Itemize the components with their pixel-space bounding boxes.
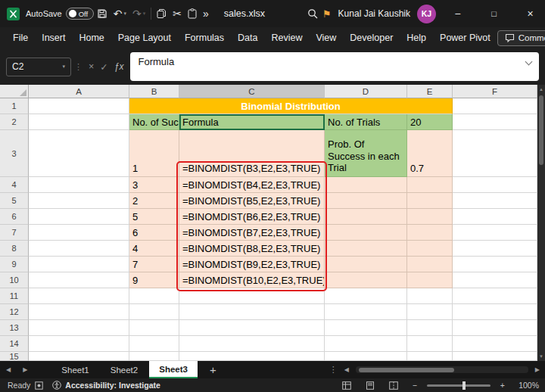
- column-header-f[interactable]: F: [453, 85, 537, 98]
- clipboard-button[interactable]: [185, 4, 200, 23]
- sheet-tab-sheet2[interactable]: Sheet2: [101, 361, 148, 378]
- menu-tab-power-pivot[interactable]: Power Pivot: [433, 27, 497, 48]
- macro-record-button[interactable]: [30, 381, 48, 390]
- cell-c4[interactable]: =BINOMDIST(B4,E2,E3,TRUE): [179, 177, 325, 193]
- menu-tab-insert[interactable]: Insert: [35, 27, 72, 48]
- zoom-slider-thumb[interactable]: [462, 381, 466, 390]
- empty-cell[interactable]: [407, 225, 453, 241]
- empty-cell[interactable]: [407, 257, 453, 272]
- cell-c5[interactable]: =BINOMDIST(B5,E2,E3,TRUE): [179, 193, 325, 209]
- row-header[interactable]: 8: [0, 241, 29, 257]
- row-header[interactable]: 9: [0, 257, 29, 272]
- empty-cell[interactable]: [325, 336, 407, 352]
- flag-icon[interactable]: ⚑: [322, 8, 332, 20]
- row-header[interactable]: 14: [0, 336, 29, 352]
- empty-cell[interactable]: [325, 320, 407, 336]
- document-title[interactable]: sales.xlsx: [224, 8, 265, 19]
- empty-cell[interactable]: [325, 257, 407, 272]
- redo-button[interactable]: ↷▾: [129, 4, 148, 23]
- copy-button[interactable]: [154, 4, 170, 23]
- column-header-b[interactable]: B: [129, 85, 179, 98]
- empty-cell[interactable]: [29, 272, 129, 288]
- empty-cell[interactable]: [325, 209, 407, 225]
- empty-cell[interactable]: [453, 130, 537, 177]
- cell-c9[interactable]: =BINOMDIST(B9,E2,E3,TRUE): [179, 257, 325, 272]
- empty-cell[interactable]: [325, 241, 407, 257]
- cell-c7[interactable]: =BINOMDIST(B7,E2,E3,TRUE): [179, 225, 325, 241]
- column-header-e[interactable]: E: [407, 85, 453, 98]
- empty-cell[interactable]: [325, 225, 407, 241]
- empty-cell[interactable]: [453, 336, 537, 352]
- empty-cell[interactable]: [29, 130, 129, 177]
- cell-b8[interactable]: 4: [129, 241, 179, 257]
- empty-cell[interactable]: [453, 193, 537, 209]
- empty-cell[interactable]: [407, 304, 453, 320]
- save-button[interactable]: [94, 4, 111, 23]
- empty-cell[interactable]: [453, 209, 537, 225]
- empty-cell[interactable]: [325, 288, 407, 304]
- scroll-down-icon[interactable]: ▼: [539, 352, 543, 361]
- empty-cell[interactable]: [29, 320, 129, 336]
- cancel-entry-button[interactable]: ×: [86, 61, 97, 72]
- minimize-button[interactable]: −: [443, 0, 472, 27]
- empty-cell[interactable]: [29, 114, 129, 130]
- menu-tab-home[interactable]: Home: [72, 27, 111, 48]
- tab-options-icon[interactable]: ⋮: [329, 365, 338, 375]
- empty-cell[interactable]: [325, 272, 407, 288]
- empty-cell[interactable]: [29, 225, 129, 241]
- formula-bar-expand-icon[interactable]: [525, 58, 533, 66]
- cell-b10[interactable]: 9: [129, 272, 179, 288]
- empty-cell[interactable]: [129, 288, 179, 304]
- user-name[interactable]: Kunal Jai Kaushik: [338, 8, 410, 19]
- row-header[interactable]: 6: [0, 209, 29, 225]
- empty-cell[interactable]: [407, 241, 453, 257]
- zoom-slider[interactable]: [427, 384, 490, 387]
- autosave-toggle[interactable]: Off: [66, 8, 94, 20]
- row-header[interactable]: 10: [0, 272, 29, 288]
- cell-c3[interactable]: =BINOMDIST(B3,E2,E3,TRUE): [179, 130, 325, 177]
- autosave-control[interactable]: AutoSave Off: [26, 8, 94, 20]
- empty-cell[interactable]: [29, 352, 129, 361]
- row-header[interactable]: 7: [0, 225, 29, 241]
- cell-b4[interactable]: 3: [129, 177, 179, 193]
- menu-tab-formulas[interactable]: Formulas: [178, 27, 231, 48]
- sheet-tab-sheet3-active[interactable]: Sheet3: [149, 361, 198, 378]
- empty-cell[interactable]: [407, 272, 453, 288]
- empty-cell[interactable]: [179, 336, 325, 352]
- empty-cell[interactable]: [129, 352, 179, 361]
- cell-e2[interactable]: 20: [407, 114, 453, 130]
- empty-cell[interactable]: [325, 177, 407, 193]
- row-header[interactable]: 3: [0, 130, 29, 177]
- empty-cell[interactable]: [179, 320, 325, 336]
- empty-cell[interactable]: [29, 241, 129, 257]
- cell-c8[interactable]: =BINOMDIST(B8,E2,E3,TRUE): [179, 241, 325, 257]
- empty-cell[interactable]: [29, 98, 129, 114]
- cell-b2[interactable]: No. of Suc: [129, 114, 179, 130]
- empty-cell[interactable]: [29, 304, 129, 320]
- empty-cell[interactable]: [407, 209, 453, 225]
- empty-cell[interactable]: [453, 304, 537, 320]
- empty-cell[interactable]: [29, 257, 129, 272]
- empty-cell[interactable]: [453, 272, 537, 288]
- empty-cell[interactable]: [407, 193, 453, 209]
- menu-tab-developer[interactable]: Developer: [343, 27, 400, 48]
- row-header[interactable]: 1: [0, 98, 29, 114]
- hscroll-left-icon[interactable]: ◀: [344, 366, 349, 373]
- empty-cell[interactable]: [129, 336, 179, 352]
- toolbar-overflow-button[interactable]: »: [200, 4, 212, 23]
- vertical-scroll-thumb[interactable]: [539, 95, 543, 165]
- empty-cell[interactable]: [179, 288, 325, 304]
- row-header[interactable]: 4: [0, 177, 29, 193]
- empty-cell[interactable]: [453, 257, 537, 272]
- confirm-entry-button[interactable]: ✓: [97, 61, 111, 73]
- cell-b9[interactable]: 7: [129, 257, 179, 272]
- zoom-out-button[interactable]: −: [408, 381, 422, 390]
- empty-cell[interactable]: [453, 177, 537, 193]
- menu-tab-help[interactable]: Help: [400, 27, 433, 48]
- menu-tab-file[interactable]: File: [6, 27, 35, 48]
- vertical-scrollbar[interactable]: ▲ ▼: [537, 85, 545, 361]
- horizontal-scrollbar[interactable]: [356, 366, 528, 373]
- row-header[interactable]: 11: [0, 288, 29, 304]
- empty-cell[interactable]: [29, 336, 129, 352]
- hscroll-right-icon[interactable]: ▶: [535, 366, 540, 373]
